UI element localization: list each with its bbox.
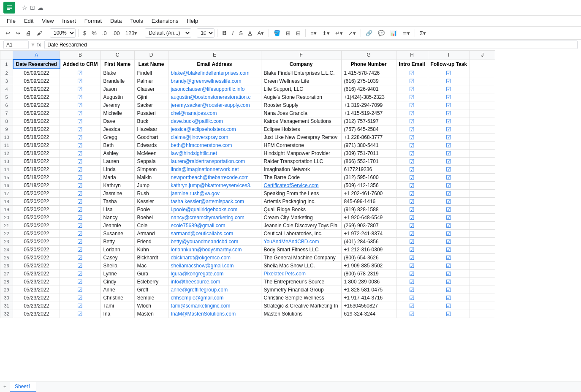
cell-phone-20[interactable]: +1 920-648-6549: [341, 214, 396, 222]
cell-email-21[interactable]: ecole75689@gmail.com: [168, 222, 261, 230]
cell-followup-11[interactable]: ☑: [428, 142, 470, 150]
menu-insert[interactable]: Insert: [59, 16, 79, 25]
cell-intro-28[interactable]: ☑: [396, 278, 428, 286]
header-phone[interactable]: Phone Number: [341, 60, 396, 69]
cell-first-16[interactable]: Kathryn: [100, 182, 134, 190]
cell-last-12[interactable]: McMeen: [134, 150, 168, 158]
cell-phone-7[interactable]: +1 415-519-2457: [341, 109, 396, 117]
cell-crm-12[interactable]: ☑: [60, 150, 100, 158]
cell-phone-10[interactable]: +1 228-868-3777: [341, 133, 396, 142]
cell-followup-8[interactable]: ☑: [428, 117, 470, 125]
star-icon[interactable]: ☆: [22, 4, 27, 11]
cell-crm-11[interactable]: ☑: [60, 142, 100, 150]
cell-crm-26[interactable]: ☑: [60, 262, 100, 270]
header-company[interactable]: Company: [261, 60, 341, 69]
cell-company-2[interactable]: Blake Findell Enterprises L.L.C.: [261, 69, 341, 77]
cell-date-6[interactable]: 05/09/2022: [13, 101, 60, 109]
cell-intro-15[interactable]: ☑: [396, 174, 428, 182]
italic-button[interactable]: I: [230, 29, 236, 38]
cell-phone-16[interactable]: (509) 412-1356: [341, 182, 396, 190]
cell-phone-12[interactable]: (309) 751-7011: [341, 150, 396, 158]
cell-last-9[interactable]: Hazelaar: [134, 125, 168, 133]
header-j[interactable]: [470, 60, 495, 69]
cell-date-14[interactable]: 05/18/2022: [13, 166, 60, 174]
cell-date-13[interactable]: 05/18/2022: [13, 158, 60, 166]
cell-first-23[interactable]: Betty: [100, 238, 134, 246]
cell-intro-24[interactable]: ☑: [396, 246, 428, 254]
cell-followup-21[interactable]: ☑: [428, 222, 470, 230]
cell-crm-17[interactable]: ☑: [60, 190, 100, 198]
cell-company-17[interactable]: Speaking From the Lens: [261, 190, 341, 198]
cell-email-18[interactable]: tasha.kessler@artemispack.com: [168, 198, 261, 206]
cell-phone-11[interactable]: (971) 380-5441: [341, 142, 396, 150]
format-123-button[interactable]: 123▾: [123, 29, 140, 38]
cell-first-12[interactable]: Ashley: [100, 150, 134, 158]
cell-phone-21[interactable]: (269) 903-7807: [341, 222, 396, 230]
cell-email-17[interactable]: jasmine.rush@va.gov: [168, 190, 261, 198]
cell-intro-2[interactable]: ☑: [396, 69, 428, 77]
cell-company-31[interactable]: Strategic & Creative Marketing In: [261, 302, 341, 310]
cell-phone-28[interactable]: 1 800-289-0086: [341, 278, 396, 286]
cell-intro-8[interactable]: ☑: [396, 117, 428, 125]
cell-date-17[interactable]: 05/20/2022: [13, 190, 60, 198]
cell-date-9[interactable]: 05/18/2022: [13, 125, 60, 133]
cell-crm-28[interactable]: ☑: [60, 278, 100, 286]
cell-company-9[interactable]: Eclipse Holsters: [261, 125, 341, 133]
menu-view[interactable]: View: [38, 16, 57, 25]
cell-date-8[interactable]: 05/18/2022: [13, 117, 60, 125]
cell-j-7[interactable]: [470, 109, 495, 117]
cell-last-29[interactable]: Groff: [134, 286, 168, 294]
cell-date-28[interactable]: 05/23/2022: [13, 278, 60, 286]
header-email[interactable]: Email Address: [168, 60, 261, 69]
cell-followup-18[interactable]: ☑: [428, 198, 470, 206]
cell-company-27[interactable]: PixelatedPets.com: [261, 270, 341, 278]
col-header-d[interactable]: D: [134, 51, 168, 60]
cell-followup-27[interactable]: ☑: [428, 270, 470, 278]
cell-last-24[interactable]: Kuhn: [134, 246, 168, 254]
cell-followup-30[interactable]: ☑: [428, 294, 470, 302]
cell-company-3[interactable]: Green Wellness Life: [261, 77, 341, 85]
cell-last-7[interactable]: Pusateri: [134, 109, 168, 117]
cell-crm-13[interactable]: ☑: [60, 158, 100, 166]
borders-button[interactable]: ⊞: [284, 29, 293, 38]
cell-last-23[interactable]: Friend: [134, 238, 168, 246]
cell-phone-26[interactable]: +1 909-885-8502: [341, 262, 396, 270]
cell-company-32[interactable]: Masten Solutions: [261, 310, 341, 318]
cell-last-6[interactable]: Sacker: [134, 101, 168, 109]
cell-j-15[interactable]: [470, 174, 495, 182]
zoom-select[interactable]: 100%: [50, 28, 76, 38]
cell-crm-15[interactable]: ☑: [60, 174, 100, 182]
font-size-select[interactable]: 10: [197, 28, 214, 38]
header-last[interactable]: Last Name: [134, 60, 168, 69]
cell-last-31[interactable]: Wloch: [134, 302, 168, 310]
cell-last-5[interactable]: Gjini: [134, 93, 168, 101]
cell-first-3[interactable]: Brandelle: [100, 77, 134, 85]
cell-intro-9[interactable]: ☑: [396, 125, 428, 133]
cell-company-26[interactable]: Sheila Mac Show LLC.: [261, 262, 341, 270]
cell-intro-30[interactable]: ☑: [396, 294, 428, 302]
cell-company-14[interactable]: Imagination Network: [261, 166, 341, 174]
cell-first-7[interactable]: Michelle: [100, 109, 134, 117]
cell-date-12[interactable]: 05/18/2022: [13, 150, 60, 158]
col-header-g[interactable]: G: [341, 51, 396, 60]
cell-crm-9[interactable]: ☑: [60, 125, 100, 133]
cell-date-31[interactable]: 05/23/2022: [13, 302, 60, 310]
cell-followup-23[interactable]: ☑: [428, 238, 470, 246]
cell-email-30[interactable]: chhsemple@gmail.com: [168, 294, 261, 302]
cell-first-27[interactable]: Lynne: [100, 270, 134, 278]
cell-company-6[interactable]: Rooster Supply: [261, 101, 341, 109]
cell-date-10[interactable]: 05/18/2022: [13, 133, 60, 142]
cell-j-30[interactable]: [470, 294, 495, 302]
cell-company-28[interactable]: The Entrepreneur's Source: [261, 278, 341, 286]
header-first[interactable]: First Name: [100, 60, 134, 69]
cell-phone-4[interactable]: (616) 426-9401: [341, 85, 396, 93]
cell-j-6[interactable]: [470, 101, 495, 109]
menu-help[interactable]: Help: [183, 16, 201, 25]
cell-date-23[interactable]: 05/20/2022: [13, 238, 60, 246]
cell-followup-31[interactable]: ☑: [428, 302, 470, 310]
cell-intro-21[interactable]: ☑: [396, 222, 428, 230]
cell-phone-19[interactable]: (919) 828-1588: [341, 206, 396, 214]
valign-button[interactable]: ⬍▾: [320, 29, 332, 38]
cell-date-27[interactable]: 05/23/2022: [13, 270, 60, 278]
cell-j-17[interactable]: [470, 190, 495, 198]
